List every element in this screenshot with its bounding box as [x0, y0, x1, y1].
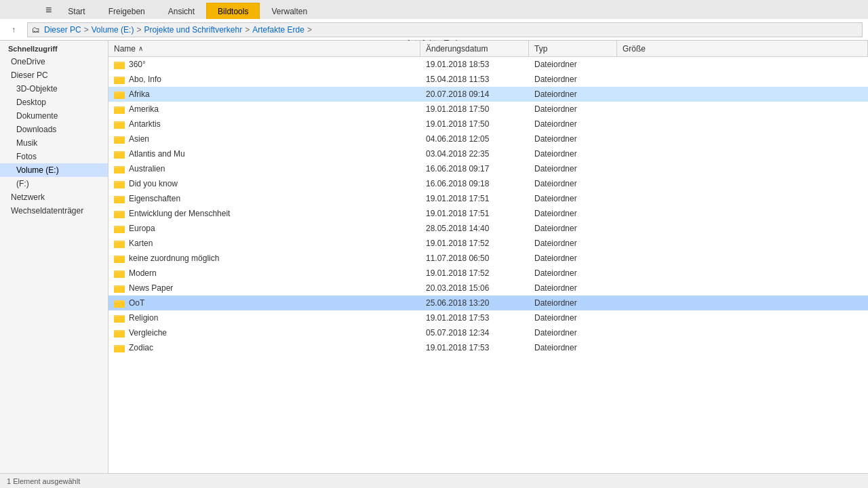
cell-size-8 [617, 176, 868, 190]
tab-bildtools[interactable]: Bildtools [206, 3, 260, 19]
folder-icon [114, 149, 125, 159]
svg-rect-58 [114, 346, 125, 352]
ribbon-tabs: ≡ Start Freigeben Ansicht Bildtools Verw… [0, 0, 868, 19]
table-row[interactable]: Vergleiche 05.07.2018 12:34 Dateiordner [108, 325, 868, 340]
table-row[interactable]: Atlantis and Mu 03.04.2018 22:35 Dateior… [108, 146, 868, 161]
sidebar-item-volume-e[interactable]: Volume (E:) [0, 163, 108, 177]
tab-verwalten[interactable]: Verwalten [260, 3, 319, 19]
tab-start[interactable]: Start [56, 3, 96, 19]
sidebar-item-musik[interactable]: Musik [0, 136, 108, 150]
table-row[interactable]: Eigenschaften 19.01.2018 17:51 Dateiordn… [108, 191, 868, 206]
svg-rect-53 [114, 315, 119, 317]
col-header-type[interactable]: Typ [529, 41, 617, 56]
table-row[interactable]: Did you know 16.06.2018 09:18 Dateiordne… [108, 176, 868, 191]
svg-rect-19 [114, 152, 125, 159]
table-row[interactable]: Asien 04.06.2018 12:05 Dateiordner [108, 131, 868, 146]
table-row[interactable]: Abo, Info 15.04.2018 11:53 Dateiordner [108, 72, 868, 87]
quick-access-button[interactable]: ≡ [41, 1, 56, 19]
sidebar-item-volume-f[interactable]: (F:) [0, 177, 108, 190]
cell-type-9: Dateiordner [529, 191, 617, 205]
tab-freigeben[interactable]: Freigeben [97, 3, 157, 19]
folder-icon [114, 164, 125, 174]
table-row[interactable]: 360° 19.01.2018 18:53 Dateiordner [108, 57, 868, 72]
breadcrumb-dieser-pc[interactable]: Dieser PC [44, 25, 81, 35]
status-text: 1 Element ausgewählt [7, 477, 80, 485]
cell-size-19 [617, 340, 868, 354]
svg-rect-40 [114, 257, 125, 263]
sidebar-item-schnellzugriff[interactable]: Schnellzugriff [0, 41, 108, 55]
cell-name-13: keine zuordnung möglich [108, 251, 420, 265]
sidebar-item-downloads[interactable]: Downloads [0, 123, 108, 136]
folder-icon [114, 283, 125, 293]
folder-icon [114, 224, 125, 233]
cell-date-1: 15.04.2018 11:53 [420, 72, 529, 86]
sidebar-item-datentraeger[interactable]: Wechsel­datenträger [0, 204, 108, 218]
sidebar-item-desktop[interactable]: Desktop [0, 96, 108, 109]
svg-rect-52 [114, 317, 125, 323]
breadcrumb-artefakte[interactable]: Artefakte Erde [252, 25, 304, 35]
cell-date-4: 19.01.2018 17:50 [420, 117, 529, 131]
file-list-container: Name ∧ Änderungsdatum Typ Größe [108, 41, 868, 473]
svg-rect-43 [114, 272, 125, 278]
sidebar-item-fotos[interactable]: Fotos [0, 150, 108, 163]
table-row[interactable]: Karten 19.01.2018 17:52 Dateiordner [108, 236, 868, 251]
cell-name-3: Amerika [108, 102, 420, 116]
table-row[interactable]: Afrika 20.07.2018 09:14 Dateiordner [108, 87, 868, 102]
svg-rect-16 [114, 138, 125, 144]
table-row[interactable]: Modern 19.01.2018 17:52 Dateiordner [108, 266, 868, 281]
col-header-name[interactable]: Name ∧ [108, 41, 420, 56]
sidebar-item-onedrive[interactable]: OneDrive [0, 55, 108, 68]
table-row[interactable]: Europa 28.05.2018 14:40 Dateiordner [108, 221, 868, 236]
folder-icon [114, 343, 125, 352]
svg-rect-8 [114, 92, 119, 94]
cell-date-11: 28.05.2018 14:40 [420, 221, 529, 235]
col-header-date[interactable]: Änderungsdatum [420, 41, 529, 56]
svg-rect-7 [114, 93, 125, 99]
svg-rect-25 [114, 182, 125, 188]
table-row[interactable]: Religion 19.01.2018 17:53 Dateiordner [108, 310, 868, 325]
breadcrumb-sep-2: > [136, 25, 141, 35]
folder-icon [114, 194, 125, 203]
cell-date-14: 19.01.2018 17:52 [420, 266, 529, 280]
sidebar-item-objekte[interactable]: 3D-Objekte [0, 82, 108, 96]
table-row[interactable]: Antarktis 19.01.2018 17:50 Dateiordner [108, 117, 868, 131]
folder-icon [114, 328, 125, 338]
col-header-size[interactable]: Größe [617, 41, 868, 56]
cell-type-6: Dateiordner [529, 146, 617, 161]
table-row[interactable]: Entwicklung der Menschheit 19.01.2018 17… [108, 206, 868, 221]
cell-size-5 [617, 131, 868, 146]
svg-rect-17 [114, 136, 119, 138]
cell-name-10: Entwicklung der Menschheit [108, 206, 420, 220]
table-row[interactable]: News Paper 20.03.2018 15:06 Dateiordner [108, 281, 868, 296]
main-content: Schnellzugriff OneDrive Dieser PC 3D-Obj… [0, 41, 868, 473]
cell-type-3: Dateiordner [529, 102, 617, 116]
sidebar-item-pc[interactable]: Dieser PC [0, 68, 108, 82]
svg-rect-31 [114, 212, 125, 218]
table-row[interactable]: Zodiac 19.01.2018 17:53 Dateiordner [108, 340, 868, 355]
up-button[interactable]: ↑ [5, 22, 22, 38]
tab-ansicht[interactable]: Ansicht [157, 3, 206, 19]
sidebar: Schnellzugriff OneDrive Dieser PC 3D-Obj… [0, 41, 108, 473]
svg-rect-2 [114, 62, 119, 64]
table-row[interactable]: keine zuordnung möglich 11.07.2018 06:50… [108, 251, 868, 266]
svg-rect-28 [114, 197, 125, 203]
table-row[interactable]: Australien 16.06.2018 09:17 Dateiordner [108, 161, 868, 176]
cell-size-2 [617, 87, 868, 101]
cell-date-18: 05.07.2018 12:34 [420, 325, 529, 340]
cell-size-6 [617, 146, 868, 161]
sidebar-item-netzwerk[interactable]: Netzwerk [0, 190, 108, 204]
cell-size-12 [617, 236, 868, 250]
breadcrumb-volume-e[interactable]: Volume (E:) [92, 25, 134, 35]
table-row[interactable]: Amerika 19.01.2018 17:50 Dateiordner [108, 102, 868, 117]
table-row[interactable]: OoT 25.06.2018 13:20 Dateiordner [108, 296, 868, 310]
svg-rect-1 [114, 63, 125, 69]
svg-rect-34 [114, 227, 125, 233]
svg-rect-56 [114, 330, 119, 332]
breadcrumb[interactable]: 🗂 Dieser PC > Volume (E:) > Projekte und… [27, 22, 863, 37]
breadcrumb-projekte[interactable]: Projekte und Schriftverkehr [144, 25, 242, 35]
cell-name-6: Atlantis and Mu [108, 146, 420, 161]
svg-rect-13 [114, 123, 125, 129]
cell-date-6: 03.04.2018 22:35 [420, 146, 529, 161]
sidebar-item-dokumente[interactable]: Dokumente [0, 109, 108, 123]
explorer-window: ≡ Start Freigeben Ansicht Bildtools Verw… [0, 0, 868, 488]
